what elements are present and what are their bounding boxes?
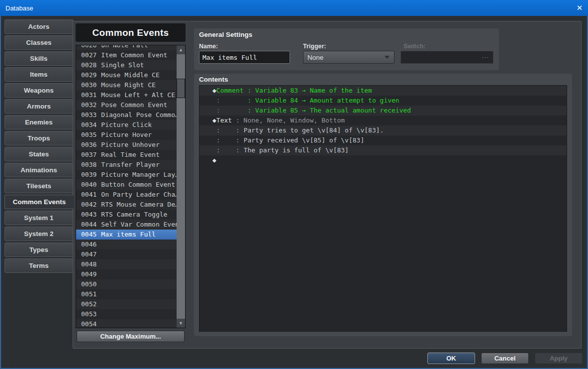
event-id: 0034 <box>81 121 97 128</box>
event-command-list[interactable]: ◆Comment : Variable 83 → Name of the ite… <box>199 85 567 332</box>
event-list-item[interactable]: 0032Pose Common Event <box>76 100 185 110</box>
sidebar-item-armors[interactable]: Armors <box>4 99 73 114</box>
sidebar-item-skills[interactable]: Skills <box>4 51 73 66</box>
sidebar-item-troops[interactable]: Troops <box>4 131 73 145</box>
event-list-item[interactable]: 0038Transfer Player <box>76 160 185 170</box>
event-list-item[interactable]: 0054 <box>76 319 185 328</box>
sidebar-item-weapons[interactable]: Weapons <box>4 83 73 98</box>
change-maximum-button[interactable]: Change Maximum... <box>77 331 185 342</box>
event-command-line[interactable]: ◆Text : None, None, Window, Bottom <box>199 116 567 125</box>
general-settings-panel: General Settings Name: Trigger: None Swi… <box>194 28 499 70</box>
event-list-item[interactable]: 0051 <box>76 289 185 299</box>
common-events-list[interactable]: 0026On Note Fall0027Item Common Event002… <box>76 45 186 328</box>
sidebar-item-states[interactable]: States <box>4 147 73 161</box>
trigger-dropdown[interactable]: None <box>303 51 394 64</box>
event-list-item[interactable]: 0028Single Slot <box>76 60 185 70</box>
event-command-line[interactable]: ◆Comment : Variable 83 → Name of the ite… <box>199 86 567 96</box>
event-list-item[interactable]: 0044Self Var Common Event <box>76 220 185 230</box>
event-id: 0049 <box>81 270 97 278</box>
sidebar-item-terms[interactable]: Terms <box>4 258 73 273</box>
event-list-item[interactable]: 0030Mouse Right CE <box>76 80 185 90</box>
sidebar-item-types[interactable]: Types <box>4 243 73 257</box>
event-id: 0043 <box>81 211 97 218</box>
event-name: Picture Unhover <box>101 141 159 148</box>
event-list-item[interactable]: 0041On Party Leader Cha… <box>76 190 185 200</box>
event-name: Self Var Common Event <box>101 221 183 228</box>
event-list-item[interactable]: 0052 <box>76 299 185 309</box>
event-list-item[interactable]: 0029Mouse Middle CE <box>76 70 185 80</box>
event-list-item[interactable]: 0049 <box>76 269 185 279</box>
sidebar-item-animations[interactable]: Animations <box>4 163 73 177</box>
event-list-item[interactable]: 0035Picture Hover <box>76 130 185 140</box>
event-list-item[interactable]: 0048 <box>76 259 185 269</box>
cancel-button[interactable]: Cancel <box>481 353 529 364</box>
event-id: 0046 <box>81 241 97 248</box>
event-id: 0039 <box>81 171 97 178</box>
event-list-item[interactable]: 0027Item Common Event <box>76 50 185 60</box>
event-list-item[interactable]: 0031Mouse Left + Alt CE <box>76 90 185 100</box>
event-list-item[interactable]: 0037Real Time Event <box>76 150 185 160</box>
event-list-item[interactable]: 0039Picture Manager Lay… <box>76 170 185 180</box>
command-text-segment: ◆ <box>212 117 216 124</box>
command-text-segment: : : <box>212 136 244 144</box>
event-list-item[interactable]: 0043RTS Camera Toggle <box>76 210 185 220</box>
command-text-segment: : None, None, Window, Bottom <box>232 117 345 124</box>
event-name: Transfer Player <box>101 161 159 168</box>
chevron-down-icon <box>385 56 390 61</box>
event-name: Max items Full <box>101 231 156 238</box>
event-list-item[interactable]: 0036Picture Unhover <box>76 140 185 150</box>
sidebar-item-common-events[interactable]: Common Events <box>4 195 74 209</box>
ok-button[interactable]: OK <box>427 353 475 364</box>
event-list-item[interactable]: 0033Diagonal Pose Commo… <box>76 110 185 120</box>
name-input[interactable] <box>199 51 290 64</box>
event-list-item[interactable]: 0042RTS Mouse Camera De… <box>76 200 185 210</box>
event-command-line[interactable]: : : Party received \v[85] of \v[83] <box>199 135 567 145</box>
event-name: RTS Camera Toggle <box>101 211 167 218</box>
event-command-line[interactable]: : : Party tries to get \v[84] of \v[83]. <box>199 125 567 135</box>
event-id: 0040 <box>81 181 97 188</box>
command-text-segment: : : <box>212 146 244 154</box>
scroll-down-icon[interactable]: ▼ <box>177 319 185 328</box>
event-id: 0052 <box>81 300 97 308</box>
event-list-item[interactable]: 0053 <box>76 309 185 319</box>
sidebar-item-system-1[interactable]: System 1 <box>4 211 73 225</box>
sidebar-item-tilesets[interactable]: Tilesets <box>4 179 73 193</box>
event-list-item[interactable]: 0026On Note Fall <box>76 45 185 50</box>
event-command-line[interactable]: : : The party is full of \v[83] <box>199 145 567 155</box>
event-name: Button Common Event K <box>101 181 183 188</box>
scrollbar[interactable]: ▲ ▼ <box>177 45 185 328</box>
event-list-item[interactable]: 0040Button Common Event K <box>76 180 185 190</box>
contents-title: Contents <box>199 76 228 83</box>
event-list-item[interactable]: 0045Max items Full <box>76 230 185 240</box>
command-text-segment: The party is full of \v[83] <box>244 146 349 154</box>
command-text-segment: : <box>212 97 220 104</box>
scroll-up-icon[interactable]: ▲ <box>177 45 185 54</box>
title-bar[interactable]: Database ✕ <box>0 0 588 16</box>
sidebar-item-system-2[interactable]: System 2 <box>4 227 73 241</box>
switch-label: Switch: <box>403 43 425 50</box>
event-id: 0047 <box>81 250 97 258</box>
sidebar-item-classes[interactable]: Classes <box>4 35 73 50</box>
event-list-item[interactable]: 0034Picture Click <box>76 120 185 130</box>
sidebar-item-enemies[interactable]: Enemies <box>4 115 73 129</box>
close-icon[interactable]: ✕ <box>571 3 588 12</box>
sidebar-item-actors[interactable]: Actors <box>4 19 73 34</box>
event-command-line[interactable]: ◆ <box>199 155 567 165</box>
event-list-item[interactable]: 0046 <box>76 240 185 249</box>
event-name: Pose Common Event <box>101 101 167 109</box>
sidebar-item-items[interactable]: Items <box>4 67 73 82</box>
event-id: 0048 <box>81 260 97 268</box>
event-id: 0044 <box>81 221 97 228</box>
name-label: Name: <box>199 43 218 50</box>
command-text-segment: : : <box>212 126 244 134</box>
event-id: 0054 <box>81 320 97 328</box>
event-command-line[interactable]: : : Variable 85 → The actual amount rece… <box>199 106 567 116</box>
event-name: RTS Mouse Camera De… <box>101 201 179 208</box>
scrollbar-thumb[interactable] <box>177 79 185 98</box>
event-list-item[interactable]: 0050 <box>76 279 185 289</box>
event-list-item[interactable]: 0047 <box>76 249 185 259</box>
event-name: Mouse Middle CE <box>101 71 159 79</box>
event-id: 0032 <box>81 101 97 109</box>
trigger-value: None <box>303 54 323 61</box>
event-command-line[interactable]: : : Variable 84 → Amount attempt to give… <box>199 96 567 106</box>
